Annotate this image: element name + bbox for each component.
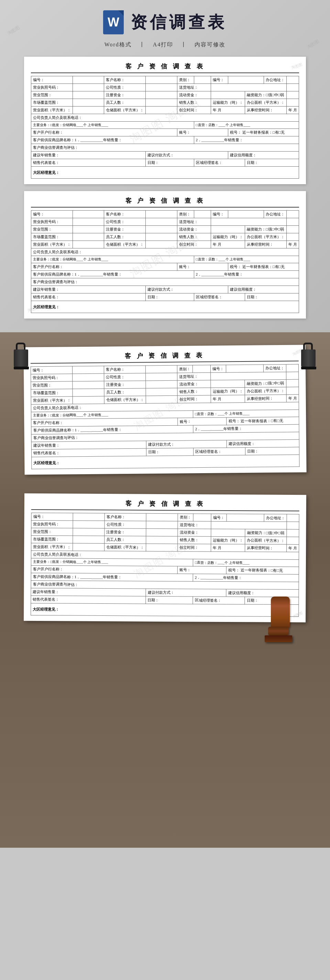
f2-val-lb [194,211,211,218]
f2-ckmj: 仓储面积（平方米）： [104,241,146,248]
p2-val-ckmj [146,544,178,551]
p1-val-rznl [286,379,299,387]
f2-bianhao: 编号： [31,211,73,218]
p1-val-ckmj [146,396,177,403]
f2-jyfk: 建议付款方式： [146,286,228,293]
p2-yymj: 营业面积（平方米）： [31,543,73,551]
field-cyjl: 从事经营时间： [245,107,287,114]
p1-val-rq1: 日期： [147,448,193,456]
p1-cyjl: 从事经营时间： [245,395,286,402]
val-bgdz [287,76,299,84]
field-ldzj: 流动资金： [177,91,211,99]
f2-shdz: 送货地址： [177,218,211,226]
form-table-1: 编号： 客户名称： 类别： 编号： 办公地址： 营业执照号码： 公司性质： [31,76,299,179]
val-shdz [211,84,287,91]
val-khkh: 账号： [177,129,228,137]
stamp-handle [271,597,290,627]
f2-val-shdz [211,218,287,226]
val-rq2: 日期： [245,159,299,167]
p1-gsxz: 公司性质： [104,373,146,381]
p1-val-bgdz [286,364,299,372]
clip-base-left [14,367,29,369]
subtitle-sep1: 丨 [139,41,145,48]
p1-val-yymj [73,396,104,404]
p1-khmc: 客户名称： [104,366,146,374]
f2-val-cyjl: 年 月 [287,241,299,248]
field-khmc: 客户名称： [104,76,146,84]
p1-val-clsj: 年 月 [211,395,245,403]
f2-val-zzzj [146,226,177,233]
p2-cyjl: 从事经营时间： [245,544,287,552]
p2-yyzz: 营业执照号码： [31,520,73,528]
f2-khmc: 客户名称： [104,211,146,218]
doc-page-title-1: 客 户 资 信 调 查 表 [31,62,299,73]
doc-page-1: 淘图图 淘图图 淘图图 客 户 资 信 调 查 表 编号： 客户名称： 类别： … [24,57,306,184]
form-table-2: 编号： 客户名称： 类别： 编号： 办公地址： 营业执照号码： 公司性质： [31,210,299,313]
val-shdz2 [287,84,299,91]
f2-zyyw: 主要业务：□批发：分销网络____个 上年销售____ [31,256,194,263]
f2-zzzj: 注册资金： [104,226,146,233]
f2-val-yyzz [73,218,104,226]
f2-khkh: 客户开户行名称： [31,263,177,271]
val-ldzj [211,91,245,99]
f2-val-xsrs: 运输能力（吨）： [211,233,245,241]
val-yymj [73,107,104,114]
val-scfw [73,99,104,107]
p1-val-bgmj [286,387,299,395]
p2-bianhao: 编号： [31,513,73,520]
f2-val-ckmj [146,241,177,248]
clip-handle-right [303,343,313,350]
field-qyjl: 区域经理签名： [194,159,245,167]
p1-gys2: 2．____________年销售量： [193,424,299,433]
phys-doc-title-2: 客 户 资 信 调 查 表 [31,499,300,511]
p2-lb: 类别： [178,514,193,521]
subtitle-word: Word格式 [105,41,132,48]
p2-qyjl: 区域经理签名： [193,597,245,605]
p1-jyxsl: 建议年销售量： [31,441,146,449]
p2-khmc: 客户名称： [105,513,146,521]
val-sh: 税号： 近一年财务报表：□有□无 [228,129,299,137]
p1-val-bh2 [226,364,264,372]
p2-shdz: 送货地址： [178,521,211,529]
p1-val-cyjl: 年 月 [286,395,299,402]
f2-xsrs: 销售人数： [177,233,211,241]
subtitle-print: A4打印 [153,41,174,48]
f2-val-bgdz [287,211,299,218]
field-lb: 类别： [177,76,194,84]
field-yyzz: 营业执照号码： [31,84,73,91]
p2-val-yymj [73,543,105,551]
f2-val-rq2: 日期： [245,293,299,301]
p2-zzzj: 注册资金： [105,528,146,536]
p1-zyying: □直营：店数：____个 上年销售____ [193,410,299,418]
p2-val-khkh: 账号： [178,566,226,574]
p1-lb: 类别： [177,365,193,373]
physical-doc-2: 淘图图 淘图图 淘图图 客 户 资 信 调 查 表 编号： 客户名称： 类别： … [24,493,306,622]
phys-doc-title-1: 客 户 资 信 调 查 表 [30,350,299,364]
p2-jyxyd: 建议信用额度： [226,589,299,597]
p2-val-bh2 [226,514,264,522]
p1-val-shdz [211,372,286,380]
p1-zzzj: 注册资金： [104,381,146,389]
clip-body-right [301,350,316,367]
f2-jyxyd: 建议信用额度： [228,286,299,293]
field-dqjl: 大区经理意见： [31,167,299,179]
field-jyfk: 建议付款方式： [146,151,228,159]
f2-dqjl: 大区经理意见： [31,301,299,313]
bottom-section: 淘图图 淘图图 淘图图 客 户 资 信 调 查 表 编号： 客户名称： 类别： … [0,332,330,848]
f2-zyying: □直营：店数：____个 上年销售____ [194,256,299,263]
p2-val-rznl [287,529,299,537]
clip-base-right [301,367,316,369]
phys-form-table-1: 编号： 客户名称： 类别： 编号： 办公地址： 营业执照号码： 公司性质： 送货… [30,364,300,469]
p2-val-ldzj [211,529,245,537]
field-bianhao: 编号： [31,76,73,84]
p1-val-yyfwi [73,381,104,389]
p1-jyxyd: 建议信用额度： [226,439,299,448]
p1-yyfwi: 营业范围： [31,382,73,389]
field-scpj: 客户商业信誉调查与评估： [31,144,299,151]
p1-scfw: 市场覆盖范围： [31,389,73,397]
val-yyzz [73,84,104,91]
val-rznl [287,91,299,99]
val-bianhao [73,76,104,84]
physical-doc-1: 淘图图 淘图图 淘图图 客 户 资 信 调 查 表 编号： 客户名称： 类别： … [23,345,306,474]
field-zyzying: □直营：店数：____个 上年销售____ [194,122,299,129]
